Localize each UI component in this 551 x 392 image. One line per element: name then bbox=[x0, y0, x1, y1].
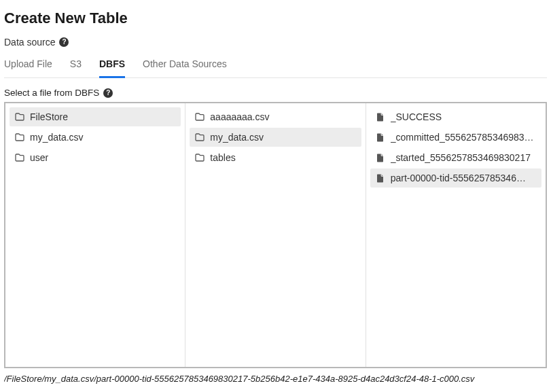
item-label: aaaaaaaa.csv bbox=[210, 111, 355, 122]
file-icon bbox=[376, 132, 385, 142]
folder-icon bbox=[15, 153, 24, 162]
file-icon bbox=[376, 153, 385, 162]
folder-item[interactable]: my_data.csv bbox=[190, 128, 361, 147]
folder-icon bbox=[195, 132, 205, 142]
file-item[interactable]: _started_5556257853469830217 bbox=[370, 148, 541, 167]
file-browser: FileStoremy_data.csvuseraaaaaaaa.csvmy_d… bbox=[4, 102, 547, 368]
file-icon bbox=[376, 173, 385, 183]
browser-column: aaaaaaaa.csvmy_data.csvtables bbox=[185, 103, 366, 367]
browser-column: FileStoremy_data.csvuser bbox=[5, 103, 185, 367]
item-label: _started_5556257853469830217 bbox=[391, 152, 536, 163]
tab-upload-file[interactable]: Upload File bbox=[4, 54, 52, 78]
folder-icon bbox=[15, 112, 24, 122]
folder-item[interactable]: my_data.csv bbox=[10, 128, 181, 147]
item-label: my_data.csv bbox=[30, 132, 175, 143]
item-label: my_data.csv bbox=[210, 132, 355, 143]
file-icon bbox=[376, 112, 385, 122]
tab-dbfs[interactable]: DBFS bbox=[99, 54, 125, 78]
help-icon[interactable]: ? bbox=[59, 37, 69, 47]
folder-icon bbox=[15, 132, 24, 142]
select-file-label-row: Select a file from DBFS ? bbox=[4, 88, 547, 98]
tab-s3[interactable]: S3 bbox=[70, 54, 82, 78]
page-title: Create New Table bbox=[4, 10, 547, 27]
file-item[interactable]: part-00000-tid-555625785346… bbox=[370, 168, 541, 188]
tab-other-data-sources[interactable]: Other Data Sources bbox=[143, 54, 227, 78]
selected-path: /FileStore/my_data.csv/part-00000-tid-55… bbox=[4, 374, 547, 384]
browser-column: _SUCCESS_committed_555625785346983…_star… bbox=[366, 103, 546, 367]
data-source-label-row: Data source ? bbox=[4, 37, 547, 48]
folder-icon bbox=[195, 153, 205, 162]
folder-icon bbox=[195, 112, 205, 122]
item-label: tables bbox=[210, 152, 355, 163]
item-label: part-00000-tid-555625785346… bbox=[391, 173, 536, 183]
item-label: _SUCCESS bbox=[391, 111, 536, 122]
help-icon[interactable]: ? bbox=[103, 88, 113, 98]
data-source-label: Data source bbox=[4, 37, 55, 48]
item-label: user bbox=[30, 152, 175, 163]
file-item[interactable]: _SUCCESS bbox=[370, 107, 541, 126]
folder-item[interactable]: FileStore bbox=[10, 107, 181, 126]
item-label: FileStore bbox=[30, 111, 175, 122]
folder-item[interactable]: user bbox=[10, 148, 181, 167]
data-source-tabs: Upload FileS3DBFSOther Data Sources bbox=[4, 54, 547, 78]
folder-item[interactable]: aaaaaaaa.csv bbox=[190, 107, 361, 126]
folder-item[interactable]: tables bbox=[190, 148, 361, 167]
item-label: _committed_555625785346983… bbox=[391, 132, 536, 143]
select-file-label: Select a file from DBFS bbox=[4, 88, 99, 98]
file-item[interactable]: _committed_555625785346983… bbox=[370, 128, 541, 147]
